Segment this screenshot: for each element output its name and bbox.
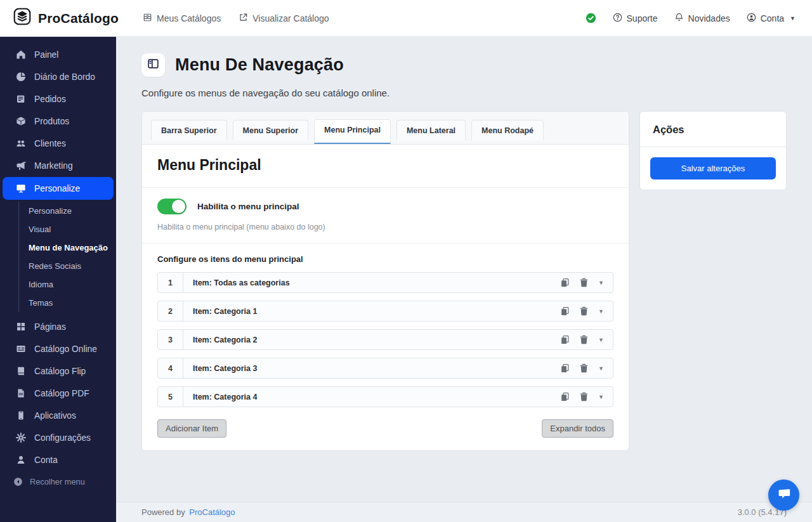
- sidebar-item-conta[interactable]: Conta: [3, 449, 114, 471]
- copy-icon[interactable]: [560, 335, 570, 344]
- sidebar-item-marketing[interactable]: Marketing: [3, 155, 114, 176]
- header-link-label: Visualizar Catálogo: [252, 13, 329, 23]
- sidebar-subitem-personalize[interactable]: Personalize: [29, 202, 116, 220]
- sidebar-subitem-visual[interactable]: Visual: [29, 220, 116, 238]
- sidebar-item-pedidos[interactable]: Pedidos: [3, 88, 114, 110]
- main-area: Menu De Navegação Configure os menus de …: [116, 37, 812, 522]
- save-changes-button[interactable]: Salvar alterações: [650, 157, 776, 179]
- footer-brand-link[interactable]: ProCatálogo: [189, 507, 235, 517]
- header-link-suporte[interactable]: Suporte: [613, 13, 658, 24]
- copy-icon[interactable]: [560, 278, 570, 287]
- sidebar-item-aplicativos[interactable]: Aplicativos: [3, 405, 114, 426]
- trash-icon[interactable]: [579, 363, 589, 373]
- sidebar-subitem-redes-sociais[interactable]: Redes Sociais: [29, 257, 116, 275]
- sidebar-item-catalogo-online[interactable]: Catálogo Online: [3, 338, 114, 360]
- powered-by-text: Powered by ProCatálogo: [141, 507, 235, 517]
- brand-logo[interactable]: ProCatálogo: [13, 7, 119, 29]
- item-index: 3: [158, 330, 183, 349]
- item-label[interactable]: Item: Categoria 3: [183, 358, 560, 378]
- sidebar-item-painel[interactable]: Painel: [3, 44, 114, 65]
- users-icon: [16, 138, 26, 148]
- expand-caret-icon[interactable]: ▼: [598, 280, 604, 286]
- external-link-icon: [239, 13, 248, 24]
- sidebar-item-label: Personalize: [34, 184, 80, 193]
- sidebar-item-label: Painel: [34, 50, 58, 60]
- status-check-icon: [586, 13, 596, 23]
- copy-icon[interactable]: [560, 363, 570, 373]
- expand-caret-icon[interactable]: ▼: [598, 365, 604, 372]
- item-actions: ▼: [560, 273, 613, 292]
- cabinet-icon: [143, 13, 152, 24]
- sidebar-collapse-menu[interactable]: Recolher menu: [0, 472, 116, 492]
- sidebar-item-clientes[interactable]: Clientes: [3, 133, 114, 154]
- page-title: Menu De Navegação: [175, 55, 344, 75]
- sidebar-item-label: Catálogo PDF: [34, 389, 89, 398]
- header-link-novidades[interactable]: Novidades: [674, 13, 730, 24]
- sidebar-item-label: Catálogo Flip: [34, 367, 86, 376]
- header-link-label: Suporte: [627, 13, 658, 23]
- expand-caret-icon[interactable]: ▼: [598, 394, 604, 400]
- megaphone-icon: [16, 160, 26, 171]
- toggle-label: Habilita o menu principal: [197, 202, 299, 211]
- trash-icon[interactable]: [579, 335, 589, 344]
- trash-icon[interactable]: [579, 392, 589, 401]
- expand-caret-icon[interactable]: ▼: [598, 308, 604, 315]
- toggle-help-text: Habilita o menu principal (menu abaixo d…: [157, 223, 613, 232]
- sidebar-item-catalogo-flip[interactable]: Catálogo Flip: [3, 360, 114, 382]
- sidebar-item-configuracoes[interactable]: Configurações: [3, 427, 114, 448]
- expand-caret-icon[interactable]: ▼: [598, 337, 604, 343]
- copy-icon[interactable]: [560, 392, 570, 401]
- sidebar-item-label: Produtos: [34, 117, 69, 126]
- actions-card: Ações Salvar alterações: [639, 111, 787, 190]
- collapse-circle-icon: [13, 477, 23, 486]
- page-title-icon-box: [141, 53, 165, 77]
- tab-menu-rodape[interactable]: Menu Rodapé: [471, 120, 544, 140]
- book-icon: [16, 366, 26, 376]
- item-label[interactable]: Item: Categoria 4: [183, 387, 560, 407]
- menu-item-row: 2Item: Categoria 1▼: [157, 301, 613, 322]
- item-index: 5: [158, 387, 183, 407]
- header-link-visualizar-catalogo[interactable]: Visualizar Catálogo: [239, 13, 329, 24]
- header-nav: Meus CatálogosVisualizar Catálogo: [143, 13, 329, 24]
- add-item-button[interactable]: Adicionar Item: [157, 419, 226, 438]
- sidebar-item-diario-de-bordo[interactable]: Diário de Bordo: [3, 66, 114, 88]
- enable-menu-toggle[interactable]: [157, 199, 187, 214]
- copy-icon[interactable]: [560, 306, 570, 316]
- sidebar-item-produtos[interactable]: Produtos: [3, 110, 114, 132]
- item-label[interactable]: Item: Categoria 1: [183, 301, 560, 321]
- phone-icon: [16, 410, 26, 421]
- sidebar-item-personalize[interactable]: Personalize: [3, 177, 114, 200]
- header-link-meus-catalogos[interactable]: Meus Catálogos: [143, 13, 221, 24]
- tab-barra-superior[interactable]: Barra Superior: [151, 120, 227, 140]
- item-index: 4: [158, 358, 183, 378]
- expand-all-button[interactable]: Expandir todos: [542, 419, 613, 438]
- tab-menu-lateral[interactable]: Menu Lateral: [396, 120, 466, 140]
- item-actions: ▼: [560, 387, 613, 407]
- tab-menu-superior[interactable]: Menu Superior: [233, 120, 309, 140]
- trash-icon[interactable]: [579, 306, 589, 316]
- sidebar-subitem-temas[interactable]: Temas: [29, 294, 116, 312]
- sidebar-item-label: Diário de Bordo: [34, 72, 95, 82]
- person-circle-icon: [747, 13, 756, 24]
- header-link-conta[interactable]: Conta▼: [747, 13, 796, 24]
- sidebar-item-label: Aplicativos: [34, 411, 76, 421]
- gear-icon: [16, 433, 26, 443]
- sidebar-subitem-menu-de-navegacao[interactable]: Menu de Navegação: [29, 238, 116, 257]
- item-index: 1: [158, 273, 183, 292]
- header-link-label: Meus Catálogos: [157, 13, 221, 23]
- tab-menu-principal[interactable]: Menu Principal: [314, 119, 391, 144]
- chat-bubble-icon: [776, 486, 792, 504]
- item-label[interactable]: Item: Todas as categorias: [183, 273, 560, 292]
- trash-icon[interactable]: [579, 278, 589, 287]
- header-link-label: Conta: [761, 13, 784, 23]
- items-section-label: Configure os itens do menu principal: [157, 254, 613, 264]
- header-right: SuporteNovidadesConta▼: [586, 13, 796, 24]
- sidebar-item-catalogo-pdf[interactable]: Catálogo PDF: [3, 382, 114, 404]
- sidebar-subitem-idioma[interactable]: Idioma: [29, 275, 116, 294]
- item-label[interactable]: Item: Categoria 2: [183, 330, 560, 349]
- menu-item-row: 4Item: Categoria 3▼: [157, 358, 613, 379]
- header-link-label: Novidades: [688, 13, 730, 23]
- card-list-icon: [16, 344, 26, 354]
- sidebar-item-paginas[interactable]: Páginas: [3, 316, 114, 337]
- chat-fab-button[interactable]: [768, 480, 799, 511]
